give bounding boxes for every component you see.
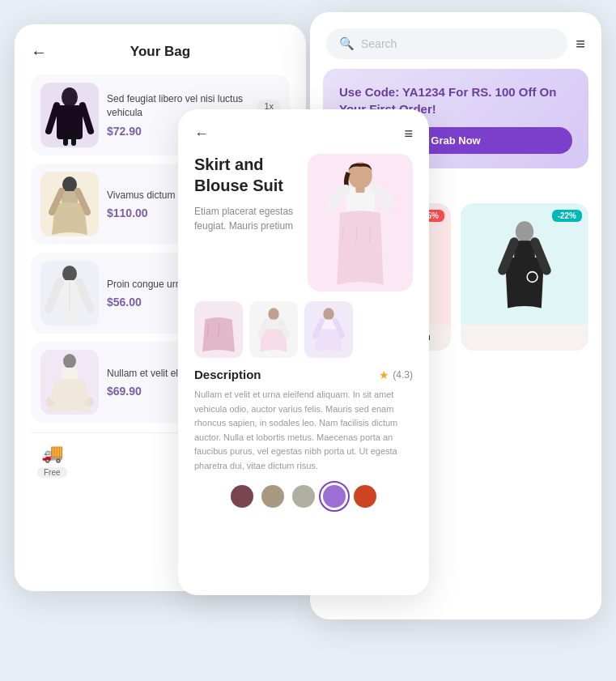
svg-rect-5 [71,130,76,146]
truck-icon: 🚚 [41,443,63,464]
detail-header: ← ≡ [194,126,413,143]
svg-point-0 [62,87,78,107]
shop-item[interactable]: -22% [461,203,588,351]
svg-point-29 [268,308,278,320]
detail-info: Skirt and Blouse Suit Etiam placerat ege… [194,154,300,292]
detail-card: ← ≡ Skirt and Blouse Suit Etiam placerat… [178,109,429,595]
bag-title: Your Bag [130,44,190,60]
detail-rating: ★ (4.3) [379,368,413,381]
detail-section-header: Description ★ (4.3) [194,368,413,381]
svg-rect-1 [57,105,83,139]
bag-shipping: 🚚 Free [37,443,67,478]
svg-line-12 [49,282,60,309]
svg-line-3 [83,105,91,131]
svg-point-33 [323,308,333,320]
color-swatch-rust[interactable] [354,485,376,508]
color-swatch-wine[interactable] [231,485,253,508]
svg-line-2 [49,105,57,131]
bag-header: ← Your Bag [31,44,290,60]
color-swatch-tan[interactable] [261,485,284,508]
discount-badge: -22% [552,210,582,222]
color-swatches [194,485,413,508]
bag-item-image [40,83,99,147]
bag-back-button[interactable]: ← [31,43,47,62]
svg-point-15 [63,354,76,368]
color-swatch-purple[interactable] [323,485,346,508]
bag-item-image [40,172,99,236]
detail-menu-icon[interactable]: ≡ [404,126,413,143]
shop-item-image: -22% [461,203,588,325]
detail-title: Skirt and Blouse Suit [194,154,300,196]
detail-section-title: Description [194,368,261,381]
svg-point-10 [62,266,77,282]
shop-header: 🔍 Search ≡ [310,12,601,69]
color-swatch-sage[interactable] [292,485,315,508]
menu-icon[interactable]: ≡ [576,35,585,53]
svg-rect-4 [63,130,68,146]
thumbnail-1[interactable] [194,301,243,358]
search-icon: 🔍 [339,36,355,51]
search-placeholder: Search [361,37,397,50]
svg-point-21 [516,221,533,242]
detail-back-button[interactable]: ← [194,126,209,143]
svg-line-13 [79,282,91,309]
shipping-label: Free [37,467,67,478]
thumbnail-2[interactable] [249,301,298,358]
rating-value: (4.3) [393,369,413,381]
detail-body: Skirt and Blouse Suit Etiam placerat ege… [194,154,413,292]
search-bar[interactable]: 🔍 Search [326,28,567,59]
thumbnail-3[interactable] [304,301,353,358]
bag-item-image [40,350,99,415]
detail-full-description: Nullam et velit et urna eleifend aliquam… [194,388,413,474]
detail-short-desc: Etiam placerat egestas feugiat. Mauris p… [194,204,300,233]
detail-main-image [308,154,413,292]
shop-item-label [461,325,588,341]
svg-rect-28 [355,187,364,193]
star-icon: ★ [379,368,389,381]
detail-thumbnails [194,301,413,358]
bag-item-image [40,261,99,326]
